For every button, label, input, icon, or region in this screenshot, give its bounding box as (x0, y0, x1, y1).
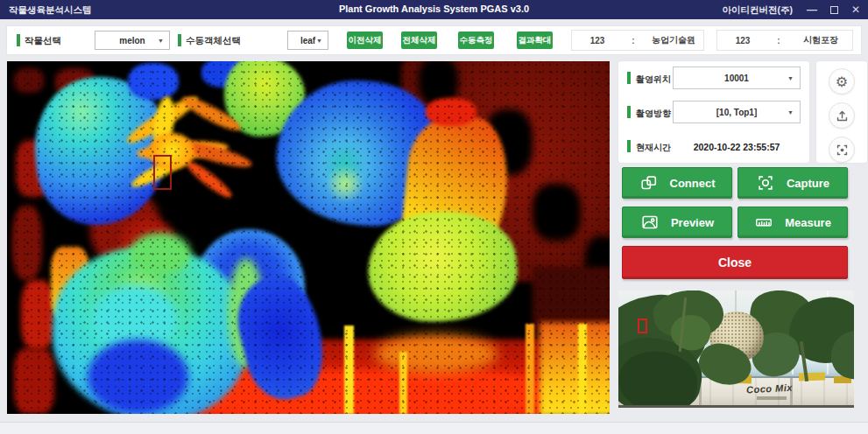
capture-location-dropdown[interactable]: 10001 ▼ (673, 66, 801, 89)
paint-blob (799, 372, 825, 381)
capture-icon (756, 173, 775, 192)
upload-icon (835, 108, 850, 123)
toolbar: 작물선택 melon ▼ 수동객체선택 leaf ▼ 이전삭제 전체삭제 수동측… (7, 26, 861, 54)
preview-label: Preview (671, 216, 714, 229)
capture-direction-dropdown[interactable]: [10, Top1] ▼ (673, 101, 801, 123)
depth-map-image[interactable] (7, 61, 610, 414)
paint-blob (191, 369, 541, 414)
green-marker (178, 34, 181, 46)
maximize-icon (830, 6, 838, 14)
current-time-label: 현재시간 (636, 142, 671, 154)
close-button[interactable]: Close (622, 246, 848, 279)
company-name: 아이티컨버전(주) (723, 4, 794, 17)
measure-label: Measure (785, 216, 831, 229)
minimize-button[interactable]: — (805, 3, 819, 17)
settings-button[interactable]: ⚙ (829, 68, 855, 94)
chevron-down-icon: ▼ (316, 38, 322, 44)
status-bar (0, 422, 868, 434)
paint-blob (324, 166, 366, 201)
chevron-down-icon: ▼ (158, 38, 164, 44)
paint-blob (88, 340, 188, 414)
connect-button[interactable]: Connect (622, 167, 732, 199)
site-name: 시험포장 (789, 34, 852, 46)
close-icon: ✕ (851, 4, 860, 16)
result-zoom-button[interactable]: 결과확대 (517, 32, 553, 49)
capture-direction-label: 촬영방향 (636, 108, 671, 120)
capture-button[interactable]: Capture (737, 167, 848, 199)
paint-blob (757, 396, 787, 400)
site-code: 123 (717, 36, 768, 46)
paint-blob (21, 280, 54, 350)
connect-label: Connect (670, 177, 716, 190)
green-marker (17, 34, 20, 46)
focus-icon (835, 143, 850, 158)
connect-icon (639, 173, 659, 192)
capture-settings-panel: 촬영위치 10001 ▼ 촬영방향 [10, Top1] ▼ 현재시간 2020… (618, 61, 809, 163)
preview-icon (640, 213, 660, 232)
maximize-button[interactable] (827, 3, 841, 17)
photo-annotation-box (638, 318, 647, 333)
capture-location-label: 촬영위치 (636, 74, 671, 86)
paint-blob (14, 348, 54, 414)
preview-button[interactable]: Preview (622, 206, 732, 238)
delete-previous-button[interactable]: 이전삭제 (347, 32, 383, 49)
delete-all-button[interactable]: 전체삭제 (401, 32, 437, 49)
plant-photo-thumbnail[interactable]: Coco Coco Mix (618, 290, 854, 408)
object-select-value: leaf (300, 36, 315, 46)
capture-direction-value: [10, Top1] (716, 108, 757, 117)
focus-center-button[interactable] (829, 136, 855, 163)
paint-blob (12, 206, 42, 280)
green-marker (627, 140, 631, 152)
org-code: 123 (572, 36, 623, 46)
paint-blob (426, 98, 476, 126)
site-separator: : (768, 36, 789, 46)
window-controls: — ✕ (805, 0, 863, 19)
paint-blob (526, 324, 534, 414)
chevron-down-icon: ▼ (787, 109, 794, 116)
crop-select-label: 작물선택 (25, 35, 61, 47)
green-marker (627, 106, 631, 118)
measure-button[interactable]: Measure (737, 206, 848, 238)
current-time-value: 2020-10-22 23:55:57 (673, 138, 801, 156)
paint-blob (14, 68, 44, 93)
paint-blob (618, 405, 854, 408)
org-name: 농업기술원 (644, 34, 703, 46)
minimize-icon: — (807, 4, 817, 16)
capture-label: Capture (787, 177, 829, 190)
crop-select-value: melon (119, 36, 145, 46)
side-icon-strip: ⚙ (816, 61, 867, 163)
paint-blob (399, 352, 407, 414)
paint-blob (130, 233, 191, 275)
upload-button[interactable] (829, 102, 855, 129)
paint-blob (344, 326, 354, 414)
measure-icon (754, 213, 773, 232)
titlebar: 작물생육분석시스템 Plant Growth Analysis System P… (0, 0, 868, 19)
action-buttons: Connect Capture Preview Measure Close (622, 167, 848, 279)
paint-blob (578, 324, 587, 414)
object-select-dropdown[interactable]: leaf ▼ (287, 31, 328, 50)
site-info-box: 123 : 시험포장 (716, 30, 853, 51)
object-select-label: 수동객체선택 (186, 35, 241, 47)
org-info-box: 123 : 농업기술원 (571, 30, 704, 51)
paint-blob (533, 184, 581, 241)
green-marker (627, 72, 631, 84)
chevron-down-icon: ▼ (787, 75, 794, 81)
org-separator: : (623, 36, 644, 46)
paint-blob (375, 334, 498, 374)
paint-blob (540, 322, 610, 414)
paint-blob (128, 63, 179, 100)
gear-icon: ⚙ (836, 74, 848, 90)
capture-location-value: 10001 (724, 74, 749, 83)
close-window-button[interactable]: ✕ (849, 3, 863, 17)
manual-measure-button[interactable]: 수동측정 (458, 32, 494, 49)
selection-box-annotation (153, 155, 172, 190)
crop-select-dropdown[interactable]: melon ▼ (95, 31, 170, 50)
